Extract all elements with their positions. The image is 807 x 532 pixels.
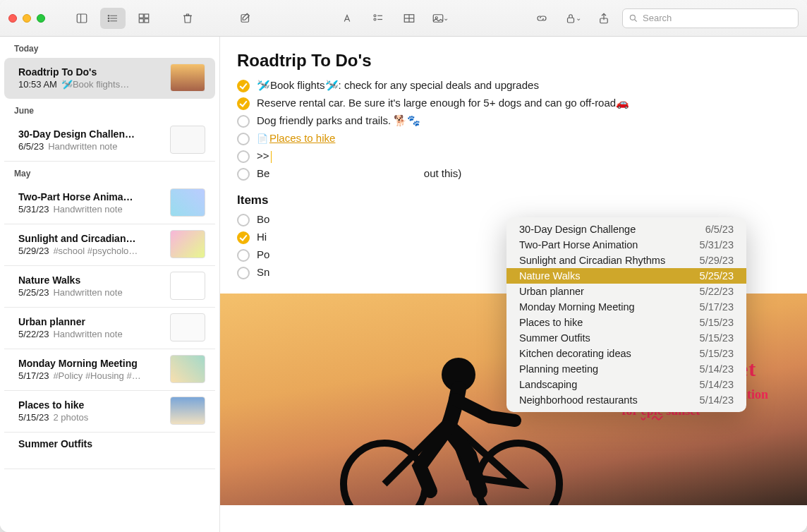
notes-group-label: June bbox=[0, 99, 219, 120]
notes-list[interactable]: TodayRoadtrip To Do's10:53 AM🛩️Book flig… bbox=[0, 37, 220, 532]
suggestion-item[interactable]: Places to hike5/15/23 bbox=[506, 315, 746, 330]
note-list-item[interactable]: Two-Part Horse Anima…5/31/23Handwritten … bbox=[4, 183, 215, 224]
suggestion-item[interactable]: Summer Outfits5/15/23 bbox=[506, 330, 746, 346]
suggestion-item[interactable]: Monday Morning Meeting5/17/23 bbox=[506, 299, 746, 315]
svg-rect-10 bbox=[139, 18, 143, 22]
note-item-title: Monday Morning Meeting bbox=[18, 358, 166, 369]
new-note-button[interactable] bbox=[233, 8, 258, 29]
table-button[interactable] bbox=[396, 8, 422, 29]
suggestion-item[interactable]: Kitchen decorating ideas5/15/23 bbox=[506, 346, 746, 361]
checklist-item-typing[interactable]: >> bbox=[237, 150, 790, 163]
note-list-item[interactable]: Places to hike5/15/232 photos bbox=[4, 391, 215, 433]
note-link-suggestion-menu[interactable]: 30-Day Design Challenge6/5/23Two-Part Ho… bbox=[506, 217, 746, 412]
delete-note-button[interactable] bbox=[175, 8, 200, 29]
suggestion-item[interactable]: Two-Part Horse Animation5/31/23 bbox=[506, 237, 746, 253]
checklist-item[interactable]: Reserve rental car. Be sure it's large e… bbox=[237, 97, 790, 110]
checklist-button[interactable] bbox=[365, 8, 391, 29]
zoom-window-button[interactable] bbox=[37, 14, 45, 23]
note-list-item[interactable]: Nature Walks5/25/23Handwritten note bbox=[4, 266, 215, 308]
note-thumbnail bbox=[170, 397, 205, 425]
checkbox[interactable] bbox=[237, 168, 250, 181]
checklist-item[interactable]: Dog friendly parks and trails. 🐕🐾 bbox=[237, 114, 790, 128]
suggestion-date: 5/14/23 bbox=[700, 379, 734, 390]
note-link[interactable]: Places to hike bbox=[269, 132, 335, 144]
suggestion-date: 5/15/23 bbox=[700, 348, 734, 359]
suggestion-date: 5/31/23 bbox=[700, 239, 734, 250]
suggestion-item[interactable]: 30-Day Design Challenge6/5/23 bbox=[506, 222, 746, 237]
note-list-item[interactable]: Sunlight and Circadian…5/29/23#school #p… bbox=[4, 224, 215, 266]
checklist-icon bbox=[372, 12, 384, 25]
checklist-text[interactable]: Dog friendly parks and trails. 🐕🐾 bbox=[257, 114, 420, 127]
note-list-item[interactable]: Roadtrip To Do's10:53 AM🛩️Book flights… bbox=[4, 58, 215, 99]
minimize-window-button[interactable] bbox=[23, 14, 31, 23]
suggestion-date: 5/29/23 bbox=[700, 255, 734, 266]
trash-icon bbox=[181, 12, 194, 25]
link-note-button[interactable] bbox=[529, 8, 554, 29]
svg-rect-9 bbox=[145, 14, 149, 18]
checklist-text[interactable]: Sn bbox=[257, 266, 269, 278]
media-button[interactable]: ⌄ bbox=[427, 8, 453, 29]
checkbox[interactable] bbox=[237, 267, 250, 279]
notes-window: ⌄ ⌄ Search TodayRoadtrip To Do's10:53 AM… bbox=[0, 0, 807, 532]
note-list-item[interactable]: Monday Morning Meeting5/17/23#Policy #Ho… bbox=[4, 349, 215, 391]
checklist-item[interactable]: 🛩️Book flights🛩️: check for any special … bbox=[237, 79, 790, 92]
checklist-item[interactable]: 📄Places to hike bbox=[237, 132, 790, 145]
checkbox[interactable] bbox=[237, 133, 250, 145]
section-heading[interactable]: Items bbox=[237, 193, 790, 207]
list-view-button[interactable] bbox=[100, 8, 126, 29]
typed-text: >> bbox=[257, 150, 269, 162]
note-item-subtitle: 5/31/23Handwritten note bbox=[18, 204, 166, 214]
suggestion-name: Sunlight and Circadian Rhythms bbox=[519, 255, 665, 266]
note-item-title: Summer Outfits bbox=[18, 438, 205, 449]
link-icon bbox=[535, 12, 548, 25]
checkbox[interactable] bbox=[237, 97, 250, 110]
lock-button[interactable]: ⌄ bbox=[560, 8, 585, 29]
suggestion-name: Two-Part Horse Animation bbox=[519, 239, 638, 250]
checklist-text[interactable]: Po bbox=[257, 248, 269, 260]
note-title[interactable]: Roadtrip To Do's bbox=[237, 51, 790, 71]
search-input[interactable]: Search bbox=[622, 8, 799, 28]
checklist-text[interactable]: Hi bbox=[257, 231, 267, 243]
note-item-title: Sunlight and Circadian… bbox=[18, 233, 166, 244]
suggestion-item[interactable]: Neighborhood restaurants5/14/23 bbox=[506, 392, 746, 408]
checkbox[interactable] bbox=[237, 80, 250, 92]
suggestion-name: Places to hike bbox=[519, 317, 583, 328]
checkbox[interactable] bbox=[237, 231, 250, 244]
gallery-view-button[interactable] bbox=[131, 8, 157, 29]
checkbox[interactable] bbox=[237, 115, 250, 128]
suggestion-item[interactable]: Urban planner5/22/23 bbox=[506, 284, 746, 299]
note-editor[interactable]: Roadtrip To Do's 🛩️Book flights🛩️: check… bbox=[220, 37, 807, 532]
toggle-columns-button[interactable] bbox=[69, 8, 95, 29]
checklist-text[interactable]: Bo bbox=[257, 213, 269, 225]
note-thumbnail bbox=[170, 188, 205, 217]
suggestion-name: 30-Day Design Challenge bbox=[519, 224, 636, 235]
share-button[interactable] bbox=[591, 8, 617, 29]
suggestion-item[interactable]: Landscaping5/14/23 bbox=[506, 377, 746, 392]
note-list-item[interactable]: Summer Outfits bbox=[4, 433, 215, 469]
compose-icon bbox=[239, 12, 252, 25]
suggestion-item[interactable]: Nature Walks5/25/23 bbox=[506, 268, 746, 284]
note-list-item[interactable]: Urban planner5/22/23Handwritten note bbox=[4, 308, 215, 349]
suggestion-item[interactable]: Planning meeting5/14/23 bbox=[506, 361, 746, 377]
suggestion-name: Nature Walks bbox=[519, 270, 580, 282]
suggestion-item[interactable]: Sunlight and Circadian Rhythms5/29/23 bbox=[506, 253, 746, 268]
svg-point-6 bbox=[108, 18, 109, 19]
suggestion-date: 5/14/23 bbox=[700, 394, 734, 406]
note-thumbnail bbox=[170, 355, 205, 383]
checklist-item[interactable]: Best friends on strip (ask Martha about … bbox=[237, 167, 790, 181]
note-list-item[interactable]: 30-Day Design Challen…6/5/23Handwritten … bbox=[4, 120, 215, 162]
note-item-title: 30-Day Design Challen… bbox=[18, 128, 166, 140]
table-icon bbox=[403, 12, 415, 25]
suggestion-date: 5/17/23 bbox=[700, 301, 734, 313]
share-icon bbox=[597, 12, 610, 25]
checklist-text[interactable]: 🛩️Book flights🛩️: check for any special … bbox=[257, 79, 539, 92]
checkbox[interactable] bbox=[237, 150, 250, 163]
checkbox[interactable] bbox=[237, 214, 250, 226]
suggestion-name: Monday Morning Meeting bbox=[519, 301, 635, 313]
format-button[interactable] bbox=[334, 8, 360, 29]
checklist-text[interactable]: Reserve rental car. Be sure it's large e… bbox=[257, 97, 629, 109]
note-item-subtitle: 5/15/232 photos bbox=[18, 412, 166, 423]
svg-rect-22 bbox=[568, 18, 574, 23]
checkbox[interactable] bbox=[237, 249, 250, 262]
close-window-button[interactable] bbox=[8, 14, 17, 23]
